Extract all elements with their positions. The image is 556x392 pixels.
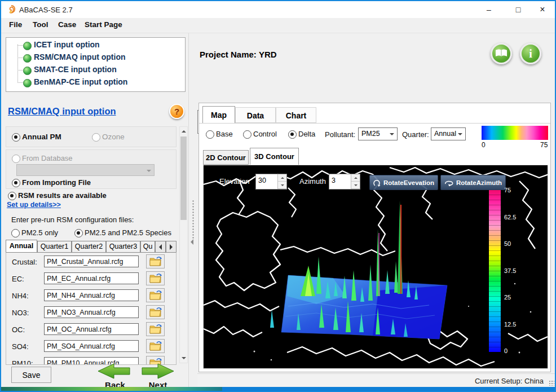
folder-icon [149,341,162,351]
folder-icon [149,257,162,266]
pm25-species-label: PM2.5 and PM2.5 Species [85,228,171,237]
quarter-combobox[interactable]: Annual [431,127,466,140]
help-question-mark: ? [174,107,179,116]
section-title-link[interactable]: RSM/CMAQ input option [8,106,116,117]
from-database-radio[interactable] [12,155,20,163]
book-icon [495,49,508,58]
tree-status-icon [23,67,32,75]
menu-file[interactable]: File [9,20,22,29]
azimuth-up-button[interactable] [351,174,360,182]
tab-scroll-right-button[interactable] [166,241,176,253]
crustal-browse-button[interactable] [146,254,165,268]
config-prompt: Enter pre-run RSM configuration files: [11,215,134,224]
so4-browse-button[interactable] [146,339,165,353]
control-radio[interactable] [243,130,251,139]
database-combobox[interactable] [16,164,155,176]
project-name-value: YRD [259,50,277,59]
subtab-map[interactable]: Map [202,106,235,123]
rotate-azimuth-button[interactable]: RotateAzimuth [440,175,506,190]
save-button[interactable]: Save [11,367,51,383]
oc-browse-button[interactable] [146,322,165,336]
rotate-elevation-button[interactable]: RotateEvevation [369,175,438,190]
colorbar-tick-50: 50 [504,240,511,247]
tab-2d-contour[interactable]: 2D Contour [203,150,249,165]
delta-label: Delta [298,130,315,138]
menu-bar: File Tool Case Start Page [1,18,555,33]
ec-file-input[interactable] [44,272,139,284]
subtab-data[interactable]: Data [235,107,276,123]
no3-file-input[interactable] [44,306,139,318]
so4-file-input[interactable] [44,340,139,352]
delta-radio[interactable] [288,130,297,139]
subtab-chart[interactable]: Chart [276,107,316,123]
nh4-file-input[interactable] [44,289,139,301]
back-arrow-icon [98,363,131,379]
azimuth-label: Azimuth [299,177,326,186]
tab-scroll-left-button[interactable] [155,241,166,253]
tab-annual[interactable]: Annual [6,240,37,253]
folder-icon [149,307,162,317]
base-radio[interactable] [206,130,214,139]
sidebar-scrollbar[interactable] [179,126,188,363]
subtab-divider [199,123,550,124]
next-button[interactable]: Next [141,363,175,388]
no3-browse-button[interactable] [146,305,165,319]
elevation-up-button[interactable] [278,174,286,182]
help-button[interactable]: ? [169,104,184,119]
color-legend-bar [482,126,548,140]
pm25-species-radio[interactable] [74,229,83,237]
crustal-file-input[interactable] [44,256,139,267]
tree-item-benmap-ce[interactable]: BenMAP-CE input option [34,77,127,86]
scrollbar-up-button[interactable] [180,127,187,136]
ec-browse-button[interactable] [146,271,165,285]
pollutant-combobox[interactable]: PM25 [358,127,398,140]
base-label: Base [216,130,233,138]
elevation-down-button[interactable] [278,182,286,189]
oc-file-input[interactable] [44,323,139,335]
resize-grip[interactable] [549,380,554,386]
rotate-azimuth-text: RotateAzimuth [456,179,502,186]
colorbar-tick-25: 25 [504,294,511,301]
menu-case[interactable]: Case [58,20,76,29]
scrollbar-thumb[interactable] [180,136,187,220]
rsm-available-radio[interactable] [8,192,16,200]
tab-quarter3[interactable]: Quarter3 [106,241,140,253]
elevation-spinner[interactable]: 30 [255,174,287,190]
map-content-panel: Map Data Chart Base Control Delta Pollut… [198,103,551,372]
maximize-button[interactable]: □ [506,1,531,18]
annual-pm-radio[interactable] [12,133,20,142]
tree-item-rsm-cmaq[interactable]: RSM/CMAQ input option [34,52,126,61]
from-importing-file-radio[interactable] [12,179,20,187]
azimuth-down-button[interactable] [351,182,360,189]
legend-min-label: 0 [482,141,486,149]
colorbar [489,190,501,352]
contour-3d-plot[interactable]: Elevation 30 Azimuth 3 RotateEvevation R… [203,165,548,369]
nh4-browse-button[interactable] [146,288,165,302]
window-title: ABaCAS-SE 2.7 [19,6,73,14]
ec-label: EC: [12,275,24,283]
info-button[interactable]: i [520,43,541,64]
close-button[interactable]: × [530,1,555,18]
tree-status-icon [23,42,32,50]
azimuth-spinner[interactable]: 3 [329,174,360,190]
title-bar: ABaCAS-SE 2.7 – □ × [1,1,555,18]
minimize-button[interactable]: – [476,1,501,18]
menu-start-page[interactable]: Start Page [85,20,122,29]
tree-item-icet[interactable]: ICET input option [34,40,100,49]
tab-quarter2[interactable]: Quarter2 [72,241,106,253]
colorbar-tick-12-5: 12.5 [504,321,516,328]
tab-quarter1[interactable]: Quarter1 [37,241,72,253]
panel-splitter[interactable] [188,33,197,388]
manual-button[interactable] [491,43,512,64]
rotate-azimuth-icon [444,179,453,186]
tab-3d-contour[interactable]: 3D Contour [250,148,299,165]
scrollbar-down-button[interactable] [180,354,187,363]
setup-details-link[interactable]: Set up details>> [7,201,61,209]
tab-quarter4-truncated[interactable]: Qu [140,241,155,253]
menu-tool[interactable]: Tool [33,20,48,29]
pm25-only-radio[interactable] [11,229,20,237]
back-button[interactable]: Back [98,363,132,388]
tree-item-smat-ce[interactable]: SMAT-CE input option [34,65,117,74]
ozone-radio[interactable] [92,133,100,142]
down-arrow-icon [182,357,186,359]
